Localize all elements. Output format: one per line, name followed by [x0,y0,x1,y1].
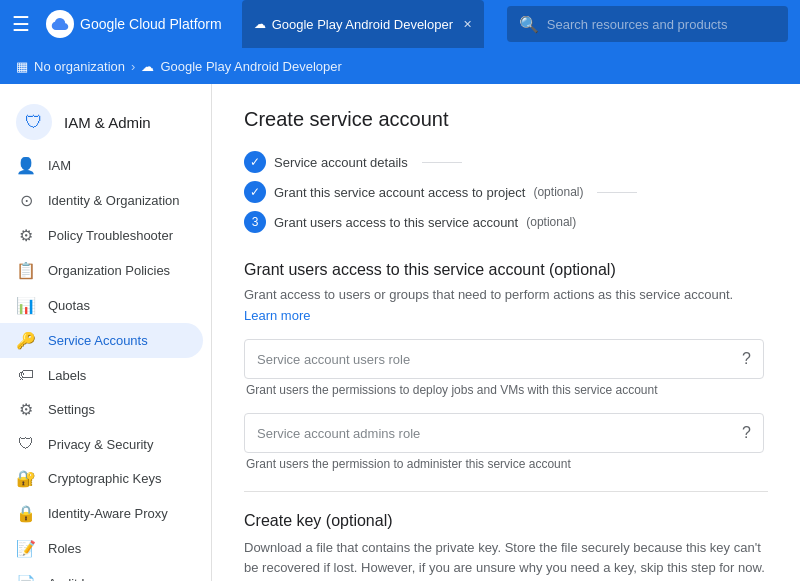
sidebar-item-service-accounts-label: Service Accounts [48,333,148,348]
field2-row: Service account admins role ? [244,413,764,453]
create-key-desc: Download a file that contains the privat… [244,538,768,577]
sidebar-item-policy[interactable]: ⚙ Policy Troubleshooter [0,218,203,253]
tab-icon: ☁ [254,17,266,31]
identity-icon: ⊙ [16,191,36,210]
sidebar-item-settings-label: Settings [48,402,95,417]
top-bar: ☰ Google Cloud Platform ☁ Google Play An… [0,0,800,48]
breadcrumb-project-icon: ☁ [141,59,154,74]
step3-optional: (optional) [526,215,576,229]
service-accounts-icon: 🔑 [16,331,36,350]
field1-hint: Grant users the permissions to deploy jo… [244,383,764,397]
step-divider-1 [422,162,462,163]
sidebar-title: IAM & Admin [64,114,151,131]
sidebar: 🛡 IAM & Admin 👤 IAM ⊙ Identity & Organiz… [0,84,212,581]
quotas-icon: 📊 [16,296,36,315]
step3-label: Grant users access to this service accou… [274,215,518,230]
sidebar-item-policy-label: Policy Troubleshooter [48,228,173,243]
step-3: 3 Grant users access to this service acc… [244,211,576,233]
create-key-section: Create key (optional) Download a file th… [244,512,768,581]
search-input[interactable] [547,17,776,32]
breadcrumb-project[interactable]: Google Play Android Developer [160,59,341,74]
menu-icon[interactable]: ☰ [12,12,30,36]
sidebar-item-crypto-label: Cryptographic Keys [48,471,161,486]
field1-row: Service account users role ? [244,339,764,379]
sidebar-item-audit-logs[interactable]: 📄 Audit Logs [0,566,203,581]
labels-icon: 🏷 [16,366,36,384]
stepper: ✓ Service account details ✓ Grant this s… [244,151,768,233]
sidebar-header: 🛡 IAM & Admin [0,92,211,148]
settings-icon: ⚙ [16,400,36,419]
page-title: Create service account [244,108,768,131]
sidebar-item-labels[interactable]: 🏷 Labels [0,358,203,392]
sidebar-item-iam[interactable]: 👤 IAM [0,148,203,183]
roles-icon: 📝 [16,539,36,558]
sidebar-item-org-policies-label: Organization Policies [48,263,170,278]
sidebar-item-privacy-label: Privacy & Security [48,437,153,452]
tab-close-icon[interactable]: ✕ [463,18,472,31]
tab-label: Google Play Android Developer [272,17,453,32]
grant-users-section: Grant users access to this service accou… [244,261,768,471]
learn-more-link[interactable]: Learn more [244,308,310,323]
org-policies-icon: 📋 [16,261,36,280]
sidebar-item-quotas-label: Quotas [48,298,90,313]
sidebar-item-crypto[interactable]: 🔐 Cryptographic Keys [0,461,203,496]
sidebar-item-labels-label: Labels [48,368,86,383]
breadcrumb-separator: › [131,59,135,74]
sidebar-item-iam-label: IAM [48,158,71,173]
breadcrumb-org-icon: ▦ [16,59,28,74]
field1-help-icon[interactable]: ? [742,350,751,368]
logo: Google Cloud Platform [46,10,222,38]
logo-text: Google Cloud Platform [80,16,222,32]
step2-label: Grant this service account access to pro… [274,185,525,200]
field1-placeholder: Service account users role [257,352,742,367]
sidebar-item-iap[interactable]: 🔒 Identity-Aware Proxy [0,496,203,531]
field2-help-icon[interactable]: ? [742,424,751,442]
sidebar-item-org-policies[interactable]: 📋 Organization Policies [0,253,203,288]
sidebar-item-identity-label: Identity & Organization [48,193,180,208]
layout: 🛡 IAM & Admin 👤 IAM ⊙ Identity & Organiz… [0,84,800,581]
iap-icon: 🔒 [16,504,36,523]
search-bar: 🔍 [507,6,788,42]
sidebar-item-settings[interactable]: ⚙ Settings [0,392,203,427]
field1-container: Service account users role ? Grant users… [244,339,764,397]
step-1: ✓ Service account details [244,151,408,173]
sidebar-item-roles-label: Roles [48,541,81,556]
sidebar-header-icon: 🛡 [16,104,52,140]
active-tab[interactable]: ☁ Google Play Android Developer ✕ [242,0,484,48]
main-content: Create service account ✓ Service account… [212,84,800,581]
sidebar-item-identity[interactable]: ⊙ Identity & Organization [0,183,203,218]
privacy-icon: 🛡 [16,435,36,453]
step1-label: Service account details [274,155,408,170]
breadcrumb-bar: ▦ No organization › ☁ Google Play Androi… [0,48,800,84]
grant-users-desc: Grant access to users or groups that nee… [244,287,768,302]
step2-optional: (optional) [533,185,583,199]
breadcrumb-org[interactable]: No organization [34,59,125,74]
policy-icon: ⚙ [16,226,36,245]
create-key-title: Create key (optional) [244,512,768,530]
sidebar-item-privacy[interactable]: 🛡 Privacy & Security [0,427,203,461]
crypto-icon: 🔐 [16,469,36,488]
search-icon: 🔍 [519,15,539,34]
field2-hint: Grant users the permission to administer… [244,457,764,471]
audit-logs-icon: 📄 [16,574,36,581]
field2-container: Service account admins role ? Grant user… [244,413,764,471]
step1-circle: ✓ [244,151,266,173]
section-divider [244,491,768,492]
sidebar-item-service-accounts[interactable]: 🔑 Service Accounts [0,323,203,358]
sidebar-item-audit-logs-label: Audit Logs [48,576,109,581]
grant-users-title: Grant users access to this service accou… [244,261,768,279]
sidebar-item-quotas[interactable]: 📊 Quotas [0,288,203,323]
step3-circle: 3 [244,211,266,233]
tab-bar: ☁ Google Play Android Developer ✕ [242,0,499,48]
step2-circle: ✓ [244,181,266,203]
iam-icon: 👤 [16,156,36,175]
step-2: ✓ Grant this service account access to p… [244,181,583,203]
sidebar-item-roles[interactable]: 📝 Roles [0,531,203,566]
field2-placeholder: Service account admins role [257,426,742,441]
sidebar-item-iap-label: Identity-Aware Proxy [48,506,168,521]
step-divider-2 [597,192,637,193]
cloud-logo-icon [46,10,74,38]
